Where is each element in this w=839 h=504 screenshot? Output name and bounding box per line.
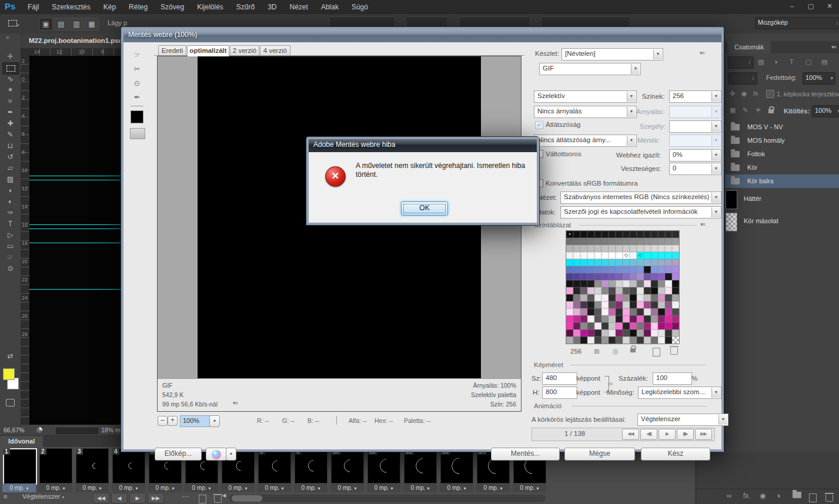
- color-swatch[interactable]: [601, 259, 609, 266]
- filter-shape-icon[interactable]: ▢: [805, 58, 811, 66]
- window-close-button[interactable]: ✕: [820, 0, 839, 13]
- color-swatch[interactable]: [630, 301, 637, 308]
- color-swatch[interactable]: [594, 308, 601, 315]
- transparency-checkbox[interactable]: ✓: [535, 121, 543, 129]
- tab-optimalizált[interactable]: optimalizált: [187, 45, 229, 56]
- color-swatch[interactable]: [630, 315, 637, 322]
- color-swatch[interactable]: [566, 337, 573, 344]
- timeline-scrollbar[interactable]: [229, 495, 546, 502]
- frame-delay-selector[interactable]: 0 mp. ▾: [330, 483, 364, 492]
- websnap-color-icon[interactable]: ◎: [613, 347, 619, 355]
- color-swatch[interactable]: [594, 231, 601, 238]
- color-swatch[interactable]: [587, 259, 594, 266]
- percent-input[interactable]: 100: [653, 372, 692, 385]
- tab-eredeti[interactable]: Eredeti: [158, 45, 186, 56]
- color-swatch[interactable]: [573, 287, 580, 294]
- frame-delay-selector[interactable]: 0 mp. ▾: [112, 483, 145, 492]
- color-swatch[interactable]: [616, 287, 623, 294]
- color-swatch[interactable]: [573, 322, 580, 330]
- color-swatch[interactable]: [672, 245, 679, 252]
- color-swatch[interactable]: [609, 301, 616, 308]
- color-swatch[interactable]: [630, 322, 637, 330]
- new-group-icon[interactable]: [793, 492, 801, 500]
- color-swatch[interactable]: [580, 238, 587, 245]
- color-swatch[interactable]: [566, 259, 573, 266]
- color-swatch[interactable]: [616, 266, 623, 273]
- color-swatch[interactable]: [630, 273, 637, 280]
- layer-style-icon[interactable]: fx.: [743, 492, 751, 500]
- timeline-tab[interactable]: Idővonal: [0, 436, 43, 447]
- color-swatch[interactable]: [637, 322, 644, 330]
- color-swatch[interactable]: [609, 330, 616, 337]
- color-swatch[interactable]: [665, 266, 672, 273]
- color-swatch[interactable]: [665, 231, 672, 238]
- color-swatch[interactable]: [573, 308, 580, 315]
- lossy-dropdown[interactable]: 0 ▾: [669, 163, 721, 175]
- animation-frame-2[interactable]: 20 mp. ▾: [39, 448, 73, 493]
- color-swatch[interactable]: [609, 238, 616, 245]
- color-swatch[interactable]: [651, 322, 658, 330]
- frame-delay-selector[interactable]: 0 mp. ▾: [39, 483, 72, 492]
- color-swatch[interactable]: [665, 315, 672, 322]
- color-swatch[interactable]: [566, 330, 573, 337]
- color-swatch[interactable]: [630, 245, 637, 252]
- color-swatch[interactable]: [637, 301, 644, 308]
- color-swatch[interactable]: [637, 259, 644, 266]
- color-swatch[interactable]: [594, 280, 601, 287]
- animation-frame-11[interactable]: 110 mp. ▾: [367, 448, 401, 493]
- color-swatch[interactable]: [601, 266, 609, 273]
- color-swatch[interactable]: [573, 238, 580, 245]
- color-swatch[interactable]: [623, 238, 630, 245]
- color-swatch[interactable]: [623, 231, 630, 238]
- color-swatch[interactable]: [644, 238, 651, 245]
- color-swatch[interactable]: [637, 294, 644, 301]
- loop-options-dropdown[interactable]: Végtelenszer ▾: [637, 414, 728, 426]
- menu-item-nézet[interactable]: Nézet: [283, 0, 315, 14]
- color-swatch[interactable]: [580, 301, 587, 308]
- animation-frame-3[interactable]: 30 mp. ▾: [75, 448, 109, 493]
- color-swatch[interactable]: [637, 308, 644, 315]
- color-swatch[interactable]: [587, 301, 594, 308]
- color-swatch[interactable]: [609, 245, 616, 252]
- filter-adjustment-icon[interactable]: ◑: [774, 58, 778, 65]
- preview-in-browser-button[interactable]: Előkép...: [155, 448, 202, 461]
- color-swatch[interactable]: [658, 231, 665, 238]
- color-swatch[interactable]: [594, 287, 601, 294]
- layer-row-k-r[interactable]: Kör: [725, 161, 839, 174]
- blur-tool[interactable]: ◗: [2, 185, 18, 196]
- color-swatch[interactable]: [587, 294, 594, 301]
- color-swatch[interactable]: [658, 301, 665, 308]
- color-swatch[interactable]: [609, 337, 616, 344]
- color-swatch[interactable]: [658, 330, 665, 337]
- lasso-tool[interactable]: ∿: [2, 73, 18, 85]
- layer-row-k-r-m-solat[interactable]: Kör másolat: [725, 210, 839, 233]
- width-input[interactable]: 480: [542, 372, 577, 385]
- color-swatch[interactable]: [580, 337, 587, 344]
- hand-tool-icon[interactable]: ☞: [129, 49, 145, 61]
- brush-tool[interactable]: ✎: [2, 129, 18, 140]
- color-swatch[interactable]: [623, 266, 630, 273]
- color-swatch[interactable]: [609, 308, 616, 315]
- color-swatch[interactable]: [623, 294, 630, 301]
- lock-all-icon[interactable]: [768, 105, 774, 116]
- color-swatch[interactable]: [644, 266, 651, 273]
- color-swatch[interactable]: [630, 337, 637, 344]
- color-swatch[interactable]: [658, 337, 665, 344]
- color-swatch[interactable]: [609, 322, 616, 330]
- guide-line[interactable]: [29, 224, 121, 225]
- color-swatch[interactable]: [573, 301, 580, 308]
- color-swatch[interactable]: [665, 301, 672, 308]
- color-swatch[interactable]: [644, 315, 651, 322]
- color-swatch[interactable]: [580, 294, 587, 301]
- color-swatch[interactable]: [672, 308, 679, 315]
- color-swatch[interactable]: [587, 337, 594, 344]
- color-swatch[interactable]: [665, 294, 672, 301]
- color-swatch[interactable]: [594, 322, 601, 330]
- color-swatch[interactable]: [566, 294, 573, 301]
- color-swatch[interactable]: [665, 259, 672, 266]
- color-swatch[interactable]: [623, 337, 630, 344]
- animation-frame-8[interactable]: 80 mp. ▾: [258, 448, 292, 493]
- color-swatch[interactable]: [601, 252, 609, 259]
- new-color-icon[interactable]: [653, 346, 660, 359]
- transparency-dither-dropdown[interactable]: Nincs átlátszóság árny... ▾: [534, 135, 637, 147]
